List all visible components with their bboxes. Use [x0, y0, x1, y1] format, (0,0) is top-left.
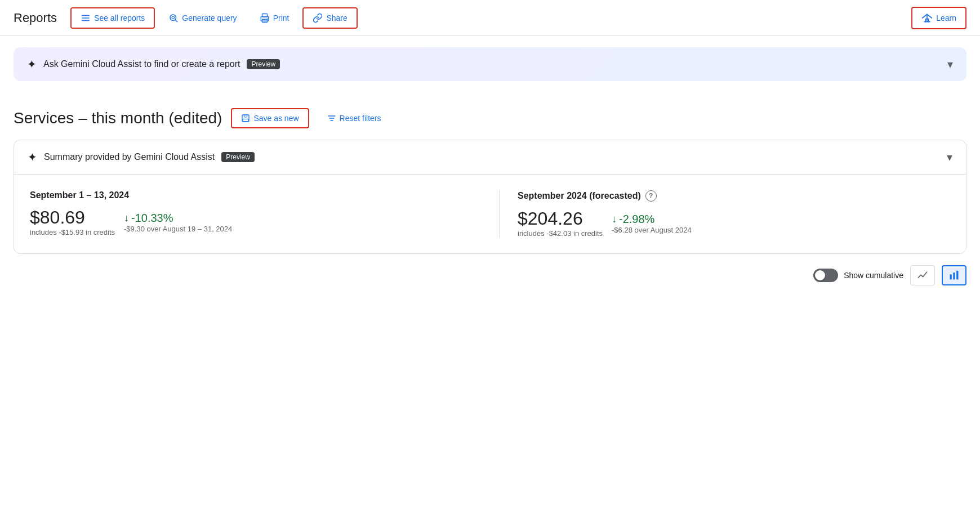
toggle-thumb — [815, 270, 825, 280]
right-credits: includes -$42.03 in credits — [518, 229, 603, 238]
svg-rect-0 — [82, 15, 90, 16]
right-amount-block: $204.26 includes -$42.03 in credits — [518, 208, 603, 238]
header: Reports See all reports Generate query P… — [0, 0, 980, 36]
report-title: Services – this month (edited) — [14, 109, 222, 127]
left-change-block: ↓ -10.33% -$9.30 over August 19 – 31, 20… — [124, 212, 232, 233]
filter-icon — [327, 114, 336, 123]
left-amount: $80.69 — [30, 207, 115, 228]
gemini-banner-text: Ask Gemini Cloud Assist to find or creat… — [43, 59, 240, 69]
svg-rect-17 — [953, 273, 955, 280]
line-chart-icon — [917, 270, 928, 281]
see-all-reports-button[interactable]: See all reports — [70, 7, 155, 29]
down-arrow-icon-left: ↓ — [124, 212, 129, 224]
svg-rect-16 — [950, 274, 952, 279]
gemini-preview-badge: Preview — [247, 59, 280, 69]
summary-left-col: September 1 – 13, 2024 $80.69 includes -… — [30, 190, 481, 238]
down-arrow-icon-right: ↓ — [612, 213, 617, 225]
print-icon — [260, 13, 270, 23]
show-cumulative-label: Show cumulative — [844, 271, 903, 280]
sparkle-icon: ✦ — [27, 57, 37, 71]
svg-rect-6 — [262, 14, 267, 16]
right-period: September 2024 (forecasted) ? — [518, 190, 950, 202]
sparkle-icon-summary: ✦ — [28, 150, 37, 164]
bottom-toolbar: Show cumulative — [0, 254, 980, 297]
share-button[interactable]: Share — [302, 7, 357, 29]
query-icon — [168, 13, 179, 23]
list-icon — [81, 13, 91, 23]
gemini-banner[interactable]: ✦ Ask Gemini Cloud Assist to find or cre… — [14, 47, 966, 81]
learn-button[interactable]: Learn — [911, 7, 966, 29]
svg-point-5 — [172, 16, 175, 19]
summary-chevron-icon: ▾ — [947, 150, 952, 164]
left-credits: includes -$15.93 in credits — [30, 228, 115, 236]
left-change-desc: -$9.30 over August 19 – 31, 2024 — [124, 225, 232, 233]
summary-preview-badge: Preview — [221, 152, 255, 162]
share-icon — [313, 13, 323, 23]
left-period: September 1 – 13, 2024 — [30, 190, 481, 200]
learn-icon — [921, 12, 933, 24]
chevron-down-icon: ▾ — [947, 57, 953, 71]
svg-rect-2 — [82, 20, 90, 21]
svg-rect-1 — [82, 17, 90, 19]
svg-rect-12 — [243, 119, 248, 122]
summary-card: ✦ Summary provided by Gemini Cloud Assis… — [14, 140, 966, 254]
bar-chart-icon — [948, 270, 960, 281]
print-button[interactable]: Print — [251, 8, 299, 28]
page-title: Reports — [14, 11, 57, 25]
reset-filters-button[interactable]: Reset filters — [318, 109, 390, 127]
line-chart-button[interactable] — [910, 265, 935, 285]
right-amount: $204.26 — [518, 208, 603, 229]
generate-query-button[interactable]: Generate query — [159, 8, 246, 28]
page-title-section: Services – this month (edited) Save as n… — [0, 92, 980, 140]
left-amount-block: $80.69 includes -$15.93 in credits — [30, 207, 115, 236]
show-cumulative-control: Show cumulative — [813, 269, 903, 282]
right-change-block: ↓ -2.98% -$6.28 over August 2024 — [612, 213, 692, 234]
bar-chart-button[interactable] — [942, 265, 966, 285]
summary-title: Summary provided by Gemini Cloud Assist — [44, 152, 215, 162]
gemini-banner-content: ✦ Ask Gemini Cloud Assist to find or cre… — [27, 57, 280, 71]
left-change-pct: ↓ -10.33% — [124, 212, 232, 225]
cumulative-toggle[interactable] — [813, 269, 838, 282]
svg-rect-18 — [956, 271, 958, 280]
summary-header-content: ✦ Summary provided by Gemini Cloud Assis… — [28, 150, 255, 164]
save-as-new-button[interactable]: Save as new — [231, 108, 309, 128]
help-icon[interactable]: ? — [645, 190, 657, 202]
summary-body: September 1 – 13, 2024 $80.69 includes -… — [14, 175, 966, 253]
svg-point-9 — [266, 18, 268, 19]
save-icon — [241, 114, 250, 123]
right-change-pct: ↓ -2.98% — [612, 213, 692, 226]
right-change-desc: -$6.28 over August 2024 — [612, 226, 692, 234]
summary-right-col: September 2024 (forecasted) ? $204.26 in… — [499, 190, 950, 238]
svg-line-4 — [176, 20, 177, 21]
summary-card-header[interactable]: ✦ Summary provided by Gemini Cloud Assis… — [14, 140, 966, 175]
